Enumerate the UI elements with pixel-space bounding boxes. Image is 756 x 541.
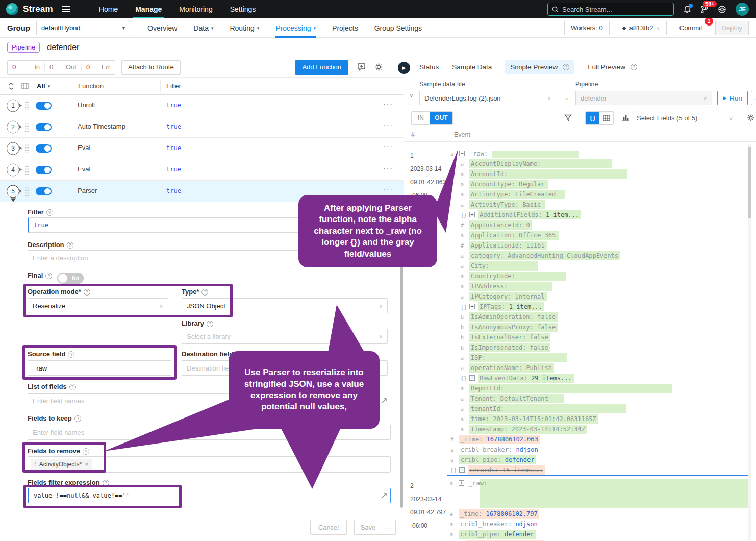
expand-icon[interactable]: +	[469, 375, 475, 381]
function-filter-all-dropdown[interactable]: All ▾	[37, 82, 50, 90]
run-button[interactable]: ▶Run	[717, 91, 748, 105]
group-select[interactable]: defaultHybrid ▼	[36, 21, 131, 35]
event-field-countrycode[interactable]: aCountryCode:	[447, 271, 750, 281]
event-field-tenant[interactable]: aTenant: DefaultTenant	[447, 394, 750, 404]
remove-chip-icon[interactable]: ×	[85, 461, 88, 468]
event-field-isanonymousproxy[interactable]: bIsAnonymousProxy: false	[447, 322, 750, 332]
out-tab[interactable]: OUT	[430, 112, 452, 124]
nav-monitoring[interactable]: Monitoring	[179, 0, 212, 18]
help-icon[interactable]: ?	[68, 351, 74, 358]
event-field-records[interactable]: []+records: 15 items...	[447, 465, 750, 475]
columns-icon[interactable]	[21, 83, 29, 89]
drag-handle-icon[interactable]	[24, 165, 29, 175]
help-icon[interactable]: ?	[83, 448, 89, 455]
expand-icon[interactable]: +	[469, 212, 475, 217]
collapse-icon[interactable]: −	[459, 151, 465, 156]
workers-button[interactable]: Workers: 0	[564, 21, 610, 35]
function-enabled-toggle[interactable]	[36, 102, 52, 110]
expand-editor-icon[interactable]	[381, 492, 388, 501]
commit-button[interactable]: Commit 1	[673, 21, 709, 35]
event-field-accountdisplayname[interactable]: aAccountDisplayName:	[447, 159, 750, 169]
select-fields-dropdown[interactable]: Select Fields (5 of 5)∨	[632, 111, 738, 125]
row-menu-icon[interactable]: ···	[383, 185, 393, 193]
event-row[interactable]: 12023-03-1409:01:42.063-06:00a−_raw:aAcc…	[404, 142, 756, 476]
nav-manage[interactable]: Manage	[135, 0, 162, 18]
library-select[interactable]: Select a library∨	[182, 329, 388, 344]
event-field-operationname[interactable]: aoperationName: Publish	[447, 363, 750, 373]
event-field-tenantid[interactable]: atenantId:	[447, 404, 750, 414]
hamburger-menu-icon[interactable]	[62, 6, 70, 12]
add-function-button[interactable]: Add Function	[295, 60, 348, 75]
in-tab[interactable]: IN	[412, 112, 430, 124]
function-row-auto-timestamp[interactable]: 2Auto Timestamptrue···	[0, 116, 404, 138]
event-field-appinstanceid[interactable]: #AppInstanceId: 0	[447, 220, 750, 230]
event-field-timestamp[interactable]: aTimestamp: 2023-03-14T14:52:34Z	[447, 424, 750, 434]
function-enabled-toggle[interactable]	[36, 187, 52, 195]
event-field--time[interactable]: #_time: 1678806102.063	[447, 434, 750, 445]
tab-sample-data[interactable]: Sample Data	[452, 63, 492, 71]
event-field-raweventdata[interactable]: {}+RawEventData: 29 items...	[447, 373, 750, 383]
event-field-cribl-breaker[interactable]: acribl_breaker: ndjson	[447, 445, 750, 455]
help-icon[interactable]: ?	[207, 321, 213, 327]
settings-gear-icon[interactable]	[374, 63, 383, 71]
event-field-application[interactable]: aApplication: Office 365	[447, 230, 750, 240]
event-field-cribl-pipe[interactable]: acribl_pipe: defender	[447, 529, 756, 539]
event-field-applicationid[interactable]: #ApplicationId: 11161	[447, 240, 750, 251]
filter-funnel-icon[interactable]	[564, 114, 572, 121]
help-icon[interactable]: ?	[84, 289, 90, 296]
help-icon[interactable]: ?	[67, 242, 73, 249]
function-row-eval[interactable]: 4Evaltrue···	[0, 159, 404, 181]
event-field--raw[interactable]: a+_raw:	[447, 478, 756, 488]
comment-add-icon[interactable]	[357, 62, 366, 72]
notifications-bell-icon[interactable]	[683, 5, 691, 14]
final-toggle[interactable]: No	[57, 273, 84, 284]
expand-icon[interactable]: +	[459, 480, 464, 486]
nav-settings[interactable]: Settings	[230, 0, 256, 18]
field-chip[interactable]: ⁞ ActivityObjects* ×	[31, 459, 92, 470]
event-field-isexternaluser[interactable]: bIsExternalUser: false	[447, 332, 750, 342]
cancel-button[interactable]: Cancel	[310, 520, 347, 535]
event-field-isp[interactable]: aISP:	[447, 353, 750, 363]
event-field-accounttype[interactable]: aAccountType: Regular	[447, 179, 750, 189]
help-icon[interactable]: ?	[103, 480, 109, 486]
tab-overview[interactable]: Overview	[147, 18, 177, 37]
event-field-time[interactable]: atime: 2023-03-14T15:01:42.0631165Z	[447, 414, 750, 424]
help-icon[interactable]: ?	[631, 64, 637, 70]
commits-branch-icon[interactable]: 99+	[700, 5, 709, 14]
tab-group-settings[interactable]: Group Settings	[374, 18, 422, 37]
source-field-input[interactable]: _raw	[28, 360, 171, 376]
tab-full-preview[interactable]: Full Preview?	[588, 63, 637, 71]
event-field-ipcategory[interactable]: aIPCategory: Internal	[447, 291, 750, 302]
event-field-city[interactable]: aCity:	[447, 261, 750, 271]
help-lifering-icon[interactable]	[718, 5, 726, 14]
json-view-button[interactable]: {}	[586, 112, 599, 124]
user-avatar[interactable]: JE	[736, 3, 749, 16]
event-field-cribl-pipe[interactable]: acribl_pipe: defender	[447, 455, 750, 465]
event-field-actiontype[interactable]: aActionType: FileCreated	[447, 189, 750, 200]
nav-home[interactable]: Home	[99, 0, 118, 18]
event-field-accountid[interactable]: aAccountId:	[447, 169, 750, 179]
save-button[interactable]: Save	[354, 520, 382, 535]
collapse-all-icon[interactable]	[8, 83, 14, 90]
event-field-category[interactable]: acategory: AdvancedHunting-CloudAppEvent…	[447, 251, 750, 261]
drag-handle-icon[interactable]	[24, 144, 29, 153]
tab-data[interactable]: Data▾	[193, 18, 213, 37]
drag-handle-icon[interactable]	[24, 122, 29, 132]
event-field-reportid[interactable]: aReportId:	[447, 383, 750, 394]
event-field-ipaddress[interactable]: aIPAddress:	[447, 281, 750, 291]
preview-play-button[interactable]: ▶	[398, 62, 410, 74]
type-select[interactable]: JSON Object∨	[182, 298, 388, 313]
expand-icon[interactable]: +	[459, 467, 465, 473]
function-enabled-toggle[interactable]	[36, 166, 52, 174]
attach-to-route-button[interactable]: Attach to Route	[121, 60, 181, 75]
help-icon[interactable]: ?	[201, 289, 208, 296]
event-field-isadminoperation[interactable]: bIsAdminOperation: false	[447, 312, 750, 322]
row-menu-icon[interactable]: ···	[383, 164, 393, 172]
event-field--time[interactable]: #_time: 1678806102.797	[447, 509, 756, 519]
table-view-button[interactable]	[599, 112, 613, 124]
commit-hash-button[interactable]: ◆ a813fb2 ∨	[616, 21, 667, 35]
search-input[interactable]: Search Stream...	[547, 3, 674, 16]
tab-projects[interactable]: Projects	[332, 18, 358, 37]
fields-to-remove-input[interactable]: ⁞ ActivityObjects* ×	[28, 456, 391, 473]
deploy-button[interactable]: Deploy	[715, 21, 749, 35]
